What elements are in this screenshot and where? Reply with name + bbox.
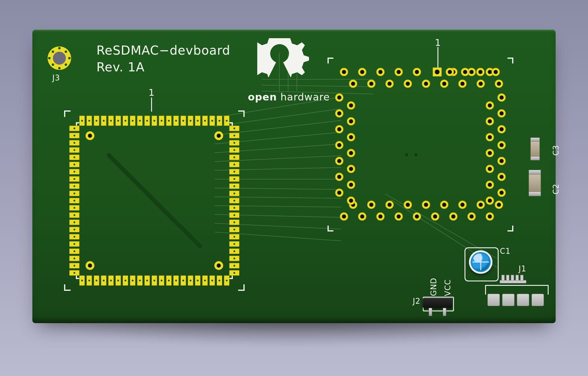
label-c1: C1	[500, 247, 511, 256]
svg-point-300	[349, 135, 353, 139]
svg-point-199	[233, 214, 235, 216]
svg-point-201	[233, 229, 235, 230]
svg-point-230	[424, 82, 428, 86]
board-name-text: ReSDMAC−devboard	[96, 43, 230, 58]
svg-point-203	[233, 243, 235, 245]
svg-point-328	[488, 135, 492, 139]
svg-point-192	[233, 164, 235, 165]
svg-point-194	[233, 178, 235, 180]
svg-point-218	[369, 82, 373, 86]
svg-point-220	[378, 70, 382, 74]
svg-point-31	[65, 63, 67, 66]
right-th-pads	[326, 56, 514, 233]
open-hardware-caption-bold: open	[248, 91, 277, 103]
svg-rect-349	[516, 275, 519, 281]
svg-point-224	[397, 70, 401, 74]
svg-line-208	[109, 155, 200, 246]
svg-point-27	[68, 57, 71, 59]
svg-point-206	[233, 265, 235, 266]
svg-point-266	[397, 214, 401, 219]
label-gnd: GND	[429, 278, 438, 296]
label-c3: C3	[552, 145, 560, 156]
svg-point-312	[349, 183, 353, 187]
svg-rect-348	[511, 275, 514, 281]
svg-point-172	[74, 171, 75, 173]
svg-point-198	[233, 207, 235, 209]
viewport: ReSDMAC−devboard Rev. 1A open hardware J…	[0, 0, 588, 376]
footprint-right-th	[326, 56, 514, 233]
svg-point-185	[74, 265, 75, 266]
svg-point-188	[233, 135, 235, 137]
svg-point-308	[349, 167, 353, 171]
svg-point-324	[488, 119, 492, 123]
j2-pin-1	[429, 308, 432, 316]
svg-point-167	[74, 135, 75, 137]
svg-point-159	[182, 280, 184, 281]
plcc84-pin1-line	[151, 98, 152, 112]
svg-point-332	[488, 151, 492, 155]
svg-point-146	[88, 280, 90, 281]
j1-pad-1	[487, 294, 500, 306]
svg-point-24	[58, 47, 61, 49]
svg-point-296	[349, 119, 353, 123]
svg-point-268	[406, 203, 410, 207]
j2-pin-2	[443, 308, 446, 316]
svg-point-320	[488, 103, 492, 108]
label-vcc: VCC	[443, 279, 452, 296]
svg-point-181	[74, 236, 75, 238]
svg-point-250	[478, 70, 482, 74]
capacitor-c2-term-top	[529, 170, 541, 174]
svg-point-310	[337, 175, 341, 179]
svg-point-280	[460, 203, 465, 207]
svg-point-236	[460, 82, 465, 86]
svg-point-270	[415, 214, 419, 219]
svg-point-154	[146, 280, 148, 281]
svg-point-140	[197, 120, 199, 122]
svg-point-195	[233, 185, 235, 187]
svg-point-186	[74, 272, 75, 274]
svg-point-150	[117, 280, 119, 281]
pcb-board: ReSDMAC−devboard Rev. 1A open hardware J…	[32, 29, 556, 323]
svg-point-158	[175, 280, 177, 281]
svg-point-260	[369, 203, 373, 207]
svg-point-200	[233, 221, 235, 223]
svg-point-144	[226, 120, 228, 122]
svg-point-184	[74, 258, 75, 259]
open-hardware-logo	[257, 35, 316, 93]
svg-point-342	[500, 191, 504, 195]
label-j1: J1	[519, 264, 526, 273]
svg-point-222	[387, 82, 392, 86]
svg-point-248	[463, 70, 467, 74]
svg-point-180	[74, 229, 75, 230]
svg-point-226	[406, 82, 410, 86]
svg-point-278	[451, 214, 455, 219]
svg-point-133	[146, 120, 148, 122]
svg-point-336	[488, 167, 492, 171]
svg-point-334	[500, 159, 504, 163]
svg-point-141	[204, 120, 206, 122]
board-title: ReSDMAC−devboard Rev. 1A	[96, 42, 230, 75]
svg-point-148	[103, 280, 105, 281]
svg-point-153	[139, 280, 141, 281]
svg-point-142	[211, 120, 213, 122]
svg-point-152	[132, 280, 133, 281]
svg-point-242	[488, 70, 492, 74]
svg-point-202	[233, 236, 235, 238]
svg-point-306	[337, 159, 341, 163]
svg-point-282	[470, 214, 474, 219]
testpoint-j3	[45, 44, 74, 72]
svg-point-340	[488, 183, 492, 187]
svg-point-187	[233, 127, 235, 129]
svg-point-169	[74, 149, 75, 151]
svg-point-126	[96, 120, 97, 122]
svg-point-149	[110, 280, 112, 281]
svg-point-298	[337, 127, 341, 131]
svg-point-124	[81, 120, 83, 122]
svg-rect-350	[520, 275, 523, 281]
svg-point-214	[351, 82, 355, 86]
svg-point-151	[125, 280, 126, 281]
via	[415, 153, 417, 156]
svg-point-26	[48, 57, 51, 59]
svg-rect-347	[506, 275, 509, 281]
svg-point-322	[500, 111, 504, 115]
